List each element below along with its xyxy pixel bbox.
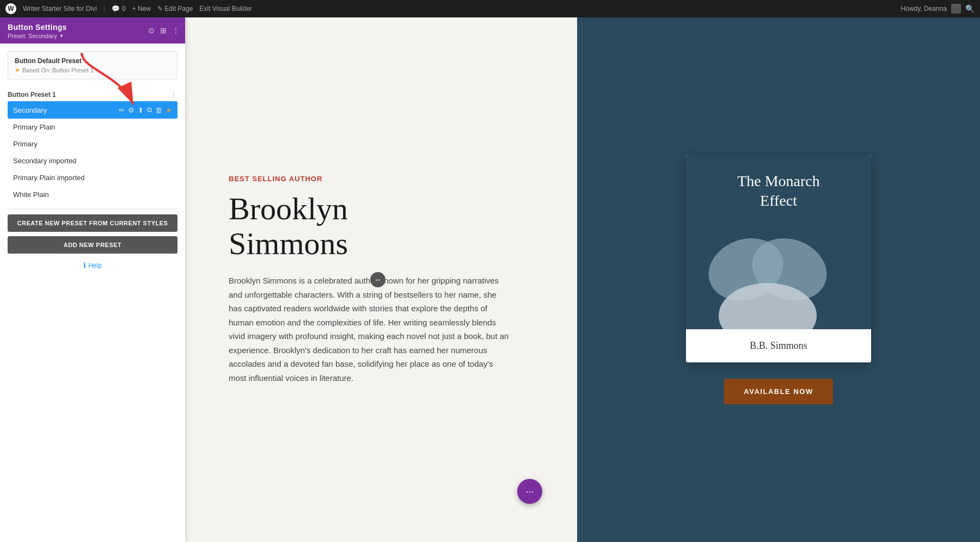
panel-divider [8, 208, 177, 209]
top-bar-right: Howdy, Deanna 🔍 [901, 4, 975, 14]
book-author-name: B.B. Simmons [697, 340, 860, 352]
preset-item-secondary-imported[interactable]: Secondary imported [8, 152, 177, 169]
preset-caret-icon: ▼ [59, 33, 64, 39]
edit-page-button[interactable]: ✎ Edit Page [157, 5, 193, 13]
preset-edit-icon[interactable]: ✏ [119, 106, 125, 114]
preset-settings-icon[interactable]: ⚙ [128, 106, 134, 114]
comment-icon: 💬 [112, 5, 120, 13]
main-layout: Button Settings Preset: Secondary ▼ ⊙ ⊞ … [0, 17, 980, 542]
preset-item-primary-plain-imported[interactable]: Primary Plain imported [8, 169, 177, 186]
preset-item-name: Secondary imported [13, 157, 172, 165]
preset-item-name: Primary [13, 140, 172, 148]
help-link[interactable]: ℹ Help [8, 261, 177, 269]
panel-more-icon[interactable]: ⋮ [172, 26, 180, 35]
panel-grid-icon[interactable]: ⊞ [160, 26, 167, 35]
preset-item-white-plain[interactable]: White Plain [8, 186, 177, 203]
book-info: B.B. Simmons [686, 329, 871, 362]
preset-group-label: Button Preset 1 [8, 91, 56, 98]
panel-header-icons: ⊙ ⊞ ⋮ [148, 26, 180, 35]
help-icon: ℹ [83, 261, 86, 269]
page-area: Best Selling Author Brooklyn Simmons Bro… [185, 17, 980, 542]
author-name: Brooklyn Simmons [229, 192, 534, 261]
panel-content: Button Default Preset ★ Based On: Button… [0, 44, 185, 542]
preset-delete-icon[interactable]: 🗑 [155, 106, 162, 114]
main-content: ↔ Best Selling Author Brooklyn Simmons B… [185, 17, 980, 542]
preset-star-icon[interactable]: ★ [166, 106, 172, 114]
preset-item-name: Primary Plain [13, 123, 172, 131]
preset-item-primary-plain[interactable]: Primary Plain [8, 119, 177, 136]
preset-group-more-icon[interactable]: ⋮ [170, 90, 177, 99]
page-right-section: The Monarch Effect [577, 17, 980, 542]
exit-visual-builder-button[interactable]: Exit Visual Builder [199, 5, 252, 13]
default-preset-based: ★ Based On: Button Preset 1 [15, 66, 170, 73]
default-preset-title: Button Default Preset [15, 57, 170, 65]
comment-count: 0 [122, 5, 126, 13]
preset-group: Button Preset 1 ⋮ Secondary ✏ ⚙ ⬆ ⧉ 🗑 ★ [8, 87, 177, 203]
comment-icon-link[interactable]: 💬 0 [112, 5, 126, 13]
top-bar: W Writer Starter Site for Divi | 💬 0 + N… [0, 0, 980, 17]
howdy-label: Howdy, Deanna [901, 5, 947, 13]
panel-header: Button Settings Preset: Secondary ▼ ⊙ ⊞ … [0, 17, 185, 44]
create-preset-button[interactable]: Create New Preset From Current Styles [8, 214, 177, 232]
help-label: Help [88, 262, 102, 269]
fab-button[interactable]: ··· [517, 479, 542, 504]
resize-handle[interactable]: ↔ [370, 272, 385, 287]
available-now-button[interactable]: Available Now [724, 379, 832, 404]
new-button[interactable]: + New [132, 5, 151, 13]
default-preset-box: Button Default Preset ★ Based On: Button… [8, 51, 177, 79]
preset-item-name: Secondary [13, 106, 119, 114]
preset-item-actions: ✏ ⚙ ⬆ ⧉ 🗑 ★ [119, 106, 172, 114]
book-cover-illustration [686, 220, 849, 329]
add-preset-button[interactable]: Add New Preset [8, 236, 177, 254]
author-first-name: Brooklyn [229, 192, 534, 226]
preset-item-name: White Plain [13, 190, 172, 199]
preset-duplicate-icon[interactable]: ⧉ [147, 106, 152, 114]
site-name: Writer Starter Site for Divi [23, 5, 97, 13]
preset-item-name: Primary Plain imported [13, 174, 172, 182]
author-bio: Brooklyn Simmons is a celebrated author … [229, 274, 512, 385]
author-last-name: Simmons [229, 226, 534, 261]
wordpress-icon[interactable]: W [5, 3, 16, 14]
star-icon: ★ [15, 66, 20, 73]
best-selling-label: Best Selling Author [229, 175, 534, 183]
preset-export-icon[interactable]: ⬆ [138, 106, 144, 114]
preset-group-header: Button Preset 1 ⋮ [8, 87, 177, 101]
panel-focus-icon[interactable]: ⊙ [148, 26, 155, 35]
book-title: The Monarch Effect [686, 171, 871, 211]
preset-item-secondary[interactable]: Secondary ✏ ⚙ ⬆ ⧉ 🗑 ★ [8, 101, 177, 119]
fab-icon: ··· [525, 486, 534, 497]
book-cover: The Monarch Effect [686, 155, 871, 329]
left-panel: Button Settings Preset: Secondary ▼ ⊙ ⊞ … [0, 17, 185, 542]
book-card: The Monarch Effect [686, 155, 871, 362]
user-avatar[interactable] [951, 4, 961, 14]
preset-item-primary[interactable]: Primary [8, 136, 177, 152]
search-icon[interactable]: 🔍 [965, 4, 975, 13]
